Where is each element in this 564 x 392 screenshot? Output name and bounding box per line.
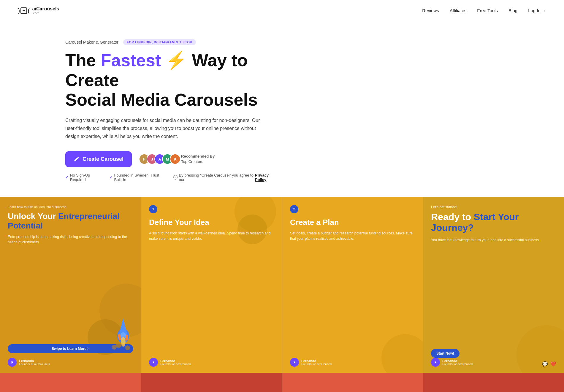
login-button[interactable]: Log In →	[528, 8, 546, 13]
create-carousel-label: Create Carousel	[83, 156, 123, 162]
hero-section: Carousel Maker & Generator FOR LINKEDIN,…	[0, 21, 297, 197]
nav-reviews[interactable]: Reviews	[422, 8, 439, 13]
carousel-card-2: 1 Define Your Idea A solid foundation st…	[141, 197, 282, 373]
bottom-card-4	[423, 373, 564, 392]
card2-inner: 1 Define Your Idea A solid foundation st…	[141, 197, 282, 373]
card3-title: Create a Plan	[290, 218, 415, 227]
svg-point-6	[116, 342, 122, 348]
card2-author-name: Fernando	[160, 359, 191, 363]
hero-headline: The Fastest ⚡ Way to CreateSocial Media …	[65, 50, 279, 110]
nav-blog[interactable]: Blog	[508, 8, 517, 13]
card1-title: Unlock Your Entrepreneurial Potential	[8, 212, 133, 231]
carousel-card-1: Learn how to turn an idea into a success…	[0, 197, 141, 373]
trust-text-2: Founded in Sweden: Trust Built-In	[114, 173, 167, 182]
card3-desc: Set goals, create a budget and research …	[290, 231, 415, 353]
trust-text-3: By pressing "Create Carousel" you agree …	[179, 173, 254, 182]
badge-row: Carousel Maker & Generator FOR LINKEDIN,…	[65, 39, 279, 45]
card2-title: Define Your Idea	[149, 218, 274, 227]
card1-title-white: Unlock Your	[8, 212, 58, 221]
bottom-card-3	[282, 373, 423, 392]
card1-footer: F Fernando Founder at aiCarousels	[8, 358, 133, 367]
card4-inner: Let's get started! Ready to Start Your J…	[423, 197, 564, 373]
trust-row: ✓ No Sign-Up Required ✓ Founded in Swede…	[65, 173, 279, 182]
logo-link[interactable]: ) + ( aiCarousels .com	[18, 6, 59, 15]
check-icon-2: ✓	[110, 175, 113, 180]
card1-author-role: Founder at aiCarousels	[19, 363, 50, 366]
card4-avatar: F	[431, 358, 440, 367]
avatar-group: F J A M K	[139, 154, 178, 164]
check-icon-1: ✓	[65, 175, 69, 180]
create-carousel-button[interactable]: Create Carousel	[65, 151, 132, 167]
avatar-5: K	[170, 154, 180, 164]
trust-item-3: i By pressing "Create Carousel" you agre…	[173, 173, 279, 182]
card4-cta[interactable]: Start Now!	[431, 349, 460, 358]
card1-learn: Learn how to turn an idea into a success	[8, 205, 133, 209]
card2-step-badge: 1	[149, 205, 157, 213]
carousel-card-3: 2 Create a Plan Set goals, create a budg…	[282, 197, 423, 373]
card4-desc: You have the knowledge to turn your idea…	[431, 237, 556, 344]
trust-text-1: No Sign-Up Required	[70, 173, 104, 182]
card2-author-role: Founder at aiCarousels	[160, 363, 191, 366]
card2-footer-info: Fernando Founder at aiCarousels	[160, 359, 191, 366]
logo-domain: .com	[32, 12, 59, 15]
recommended-sub: Top Creators	[181, 159, 203, 164]
nav-links: Reviews Affiliates Free Tools Blog Log I…	[422, 8, 546, 13]
recommended-label: Recommended By	[181, 154, 215, 158]
logo-brand: aiCarousels	[32, 6, 59, 11]
card4-getstarted: Let's get started!	[431, 205, 556, 209]
card4-author-role: Founder at aiCarousels	[442, 363, 473, 366]
card1-author-name: Fernando	[19, 359, 50, 363]
headline-prefix: The	[65, 50, 101, 70]
card3-avatar: F	[290, 358, 299, 367]
nav-free-tools[interactable]: Free Tools	[477, 8, 498, 13]
carousel-showcase: Learn how to turn an idea into a success…	[0, 197, 564, 392]
logo-icon: ) + (	[18, 7, 30, 15]
card4-actions: 💬 ❤️	[542, 361, 556, 367]
carousel-strip-bottom	[0, 373, 564, 392]
card4-title-white: Ready to	[431, 212, 474, 222]
nav-affiliates[interactable]: Affiliates	[450, 8, 466, 13]
bracket-open-icon: )	[18, 7, 20, 15]
plus-icon: +	[20, 7, 27, 14]
svg-point-7	[125, 345, 130, 350]
trust-item-1: ✓ No Sign-Up Required	[65, 173, 104, 182]
trust-item-2: ✓ Founded in Sweden: Trust Built-In	[110, 173, 167, 182]
card4-author: F Fernando Founder at aiCarousels	[431, 358, 473, 367]
card3-footer-info: Fernando Founder at aiCarousels	[301, 359, 332, 366]
carousel-card-4: Let's get started! Ready to Start Your J…	[423, 197, 564, 373]
badge-label: Carousel Maker & Generator	[65, 40, 118, 45]
navigation: ) + ( aiCarousels .com Reviews Affiliate…	[0, 0, 564, 21]
card1-footer-info: Fernando Founder at aiCarousels	[19, 359, 50, 366]
svg-point-8	[112, 345, 117, 350]
bracket-close-icon: (	[28, 7, 30, 15]
card3-author-name: Fernando	[301, 359, 332, 363]
recommended-text: Recommended By Top Creators	[181, 154, 215, 164]
heart-icon: ❤️	[550, 361, 556, 367]
headline-accent: Fastest	[101, 50, 161, 70]
card2-footer: F Fernando Founder at aiCarousels	[149, 353, 274, 367]
card3-author-role: Founder at aiCarousels	[301, 363, 332, 366]
social-proof: F J A M K Recommended By Top Creators	[139, 154, 215, 164]
card4-footer: F Fernando Founder at aiCarousels 💬 ❤️	[431, 358, 556, 367]
card2-avatar: F	[149, 358, 158, 367]
platform-badge: FOR LINKEDIN, INSTAGRAM & TIKTOK	[123, 39, 196, 45]
card2-desc: A solid foundation starts with a well-de…	[149, 231, 274, 353]
edit-icon	[74, 156, 80, 162]
cta-row: Create Carousel F J A M K Recommended By…	[65, 151, 279, 167]
info-icon: i	[173, 175, 178, 180]
carousel-strip-top: Learn how to turn an idea into a success…	[0, 197, 564, 373]
hero-description: Crafting visually engaging carousels for…	[65, 116, 267, 141]
card4-footer-info: Fernando Founder at aiCarousels	[442, 359, 473, 366]
card1-avatar: F	[8, 358, 17, 367]
logo-text-block: aiCarousels .com	[32, 6, 59, 15]
card3-step-badge: 2	[290, 205, 298, 213]
comment-icon: 💬	[542, 361, 548, 367]
card3-inner: 2 Create a Plan Set goals, create a budg…	[282, 197, 423, 373]
card4-author-name: Fernando	[442, 359, 473, 363]
card3-footer: F Fernando Founder at aiCarousels	[290, 353, 415, 367]
lightning-icon: ⚡	[166, 50, 187, 70]
bottom-card-2	[141, 373, 282, 392]
bottom-card-1	[0, 373, 141, 392]
card4-title: Ready to Start Your Journey?	[431, 212, 556, 234]
privacy-policy-link[interactable]: Privacy Policy	[255, 173, 279, 182]
